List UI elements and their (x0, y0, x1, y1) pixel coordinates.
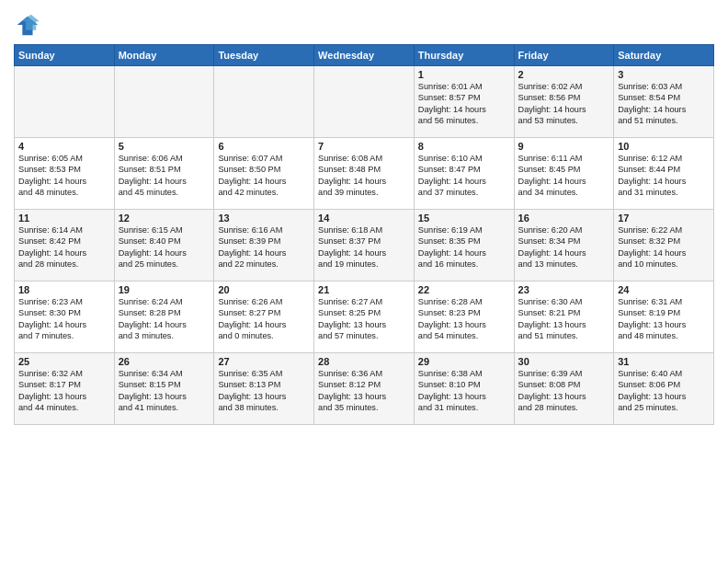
day-number: 2 (518, 69, 610, 80)
day-number: 7 (318, 141, 410, 152)
day-cell: 21Sunrise: 6:27 AMSunset: 8:25 PMDayligh… (314, 282, 415, 353)
day-cell: 6Sunrise: 6:07 AMSunset: 8:50 PMDaylight… (214, 138, 314, 210)
day-cell: 26Sunrise: 6:34 AMSunset: 8:15 PMDayligh… (114, 353, 214, 425)
day-cell (114, 66, 214, 138)
day-number: 22 (418, 284, 510, 295)
day-number: 29 (418, 356, 510, 367)
day-cell: 24Sunrise: 6:31 AMSunset: 8:19 PMDayligh… (614, 282, 714, 353)
day-header-wednesday: Wednesday (314, 45, 415, 66)
day-header-saturday: Saturday (614, 45, 714, 66)
day-info: Sunrise: 6:40 AMSunset: 8:06 PMDaylight:… (618, 368, 710, 414)
day-cell: 23Sunrise: 6:30 AMSunset: 8:21 PMDayligh… (514, 282, 614, 353)
day-number: 20 (218, 284, 310, 295)
day-cell: 27Sunrise: 6:35 AMSunset: 8:13 PMDayligh… (214, 353, 314, 425)
day-cell: 2Sunrise: 6:02 AMSunset: 8:56 PMDaylight… (514, 66, 614, 138)
day-cell: 19Sunrise: 6:24 AMSunset: 8:28 PMDayligh… (114, 282, 214, 353)
day-cell: 15Sunrise: 6:19 AMSunset: 8:35 PMDayligh… (414, 210, 514, 282)
day-number: 12 (119, 213, 210, 224)
day-info: Sunrise: 6:03 AMSunset: 8:54 PMDaylight:… (618, 81, 710, 127)
day-number: 18 (18, 284, 110, 295)
day-number: 13 (218, 213, 310, 224)
day-cell: 7Sunrise: 6:08 AMSunset: 8:48 PMDaylight… (314, 138, 415, 210)
day-number: 27 (218, 356, 310, 367)
header (14, 9, 714, 39)
day-info: Sunrise: 6:11 AMSunset: 8:45 PMDaylight:… (518, 153, 610, 199)
day-cell (15, 66, 115, 138)
day-number: 31 (618, 356, 710, 367)
day-info: Sunrise: 6:19 AMSunset: 8:35 PMDaylight:… (418, 224, 510, 270)
day-cell: 13Sunrise: 6:16 AMSunset: 8:39 PMDayligh… (214, 210, 314, 282)
day-cell: 16Sunrise: 6:20 AMSunset: 8:34 PMDayligh… (514, 210, 614, 282)
day-cell: 3Sunrise: 6:03 AMSunset: 8:54 PMDaylight… (614, 66, 714, 138)
day-cell (314, 66, 415, 138)
week-row-3: 11Sunrise: 6:14 AMSunset: 8:42 PMDayligh… (15, 210, 714, 282)
day-cell: 29Sunrise: 6:38 AMSunset: 8:10 PMDayligh… (414, 353, 514, 425)
day-number: 9 (518, 141, 610, 152)
week-row-2: 4Sunrise: 6:05 AMSunset: 8:53 PMDaylight… (15, 138, 714, 210)
day-info: Sunrise: 6:20 AMSunset: 8:34 PMDaylight:… (518, 224, 610, 270)
day-cell: 18Sunrise: 6:23 AMSunset: 8:30 PMDayligh… (15, 282, 115, 353)
day-cell: 5Sunrise: 6:06 AMSunset: 8:51 PMDaylight… (114, 138, 214, 210)
day-number: 26 (119, 356, 210, 367)
day-number: 24 (618, 284, 710, 295)
day-header-thursday: Thursday (414, 45, 514, 66)
day-number: 11 (18, 213, 110, 224)
day-info: Sunrise: 6:27 AMSunset: 8:25 PMDaylight:… (318, 296, 410, 342)
day-info: Sunrise: 6:24 AMSunset: 8:28 PMDaylight:… (119, 296, 210, 342)
day-number: 15 (418, 213, 510, 224)
day-number: 23 (518, 284, 610, 295)
day-info: Sunrise: 6:16 AMSunset: 8:39 PMDaylight:… (218, 224, 310, 270)
day-info: Sunrise: 6:14 AMSunset: 8:42 PMDaylight:… (18, 224, 110, 270)
day-cell: 28Sunrise: 6:36 AMSunset: 8:12 PMDayligh… (314, 353, 415, 425)
day-cell: 25Sunrise: 6:32 AMSunset: 8:17 PMDayligh… (15, 353, 115, 425)
day-info: Sunrise: 6:26 AMSunset: 8:27 PMDaylight:… (218, 296, 310, 342)
day-info: Sunrise: 6:35 AMSunset: 8:13 PMDaylight:… (218, 368, 310, 414)
day-number: 21 (318, 284, 410, 295)
day-info: Sunrise: 6:38 AMSunset: 8:10 PMDaylight:… (418, 368, 510, 414)
day-cell: 14Sunrise: 6:18 AMSunset: 8:37 PMDayligh… (314, 210, 415, 282)
day-header-friday: Friday (514, 45, 614, 66)
day-info: Sunrise: 6:05 AMSunset: 8:53 PMDaylight:… (18, 153, 110, 199)
day-number: 6 (218, 141, 310, 152)
day-info: Sunrise: 6:10 AMSunset: 8:47 PMDaylight:… (418, 153, 510, 199)
day-cell: 10Sunrise: 6:12 AMSunset: 8:44 PMDayligh… (614, 138, 714, 210)
logo-icon (14, 13, 40, 39)
day-number: 25 (18, 356, 110, 367)
main-container: SundayMondayTuesdayWednesdayThursdayFrid… (0, 0, 728, 434)
day-info: Sunrise: 6:22 AMSunset: 8:32 PMDaylight:… (618, 224, 710, 270)
day-cell: 8Sunrise: 6:10 AMSunset: 8:47 PMDaylight… (414, 138, 514, 210)
logo (14, 13, 41, 39)
day-number: 14 (318, 213, 410, 224)
day-number: 17 (618, 213, 710, 224)
week-row-1: 1Sunrise: 6:01 AMSunset: 8:57 PMDaylight… (15, 66, 714, 138)
day-header-monday: Monday (114, 45, 214, 66)
day-cell: 4Sunrise: 6:05 AMSunset: 8:53 PMDaylight… (15, 138, 115, 210)
day-cell: 30Sunrise: 6:39 AMSunset: 8:08 PMDayligh… (514, 353, 614, 425)
day-cell: 12Sunrise: 6:15 AMSunset: 8:40 PMDayligh… (114, 210, 214, 282)
day-header-tuesday: Tuesday (214, 45, 314, 66)
day-number: 8 (418, 141, 510, 152)
day-cell: 31Sunrise: 6:40 AMSunset: 8:06 PMDayligh… (614, 353, 714, 425)
day-cell: 20Sunrise: 6:26 AMSunset: 8:27 PMDayligh… (214, 282, 314, 353)
day-info: Sunrise: 6:08 AMSunset: 8:48 PMDaylight:… (318, 153, 410, 199)
day-info: Sunrise: 6:34 AMSunset: 8:15 PMDaylight:… (119, 368, 210, 414)
day-info: Sunrise: 6:18 AMSunset: 8:37 PMDaylight:… (318, 224, 410, 270)
day-info: Sunrise: 6:06 AMSunset: 8:51 PMDaylight:… (119, 153, 210, 199)
day-cell: 11Sunrise: 6:14 AMSunset: 8:42 PMDayligh… (15, 210, 115, 282)
day-info: Sunrise: 6:31 AMSunset: 8:19 PMDaylight:… (618, 296, 710, 342)
day-info: Sunrise: 6:36 AMSunset: 8:12 PMDaylight:… (318, 368, 410, 414)
day-info: Sunrise: 6:30 AMSunset: 8:21 PMDaylight:… (518, 296, 610, 342)
day-info: Sunrise: 6:23 AMSunset: 8:30 PMDaylight:… (18, 296, 110, 342)
day-cell: 22Sunrise: 6:28 AMSunset: 8:23 PMDayligh… (414, 282, 514, 353)
day-number: 19 (119, 284, 210, 295)
day-info: Sunrise: 6:39 AMSunset: 8:08 PMDaylight:… (518, 368, 610, 414)
day-info: Sunrise: 6:12 AMSunset: 8:44 PMDaylight:… (618, 153, 710, 199)
week-row-4: 18Sunrise: 6:23 AMSunset: 8:30 PMDayligh… (15, 282, 714, 353)
day-info: Sunrise: 6:01 AMSunset: 8:57 PMDaylight:… (418, 81, 510, 127)
day-cell: 1Sunrise: 6:01 AMSunset: 8:57 PMDaylight… (414, 66, 514, 138)
day-number: 1 (418, 69, 510, 80)
day-number: 16 (518, 213, 610, 224)
week-row-5: 25Sunrise: 6:32 AMSunset: 8:17 PMDayligh… (15, 353, 714, 425)
day-info: Sunrise: 6:07 AMSunset: 8:50 PMDaylight:… (218, 153, 310, 199)
day-info: Sunrise: 6:02 AMSunset: 8:56 PMDaylight:… (518, 81, 610, 127)
